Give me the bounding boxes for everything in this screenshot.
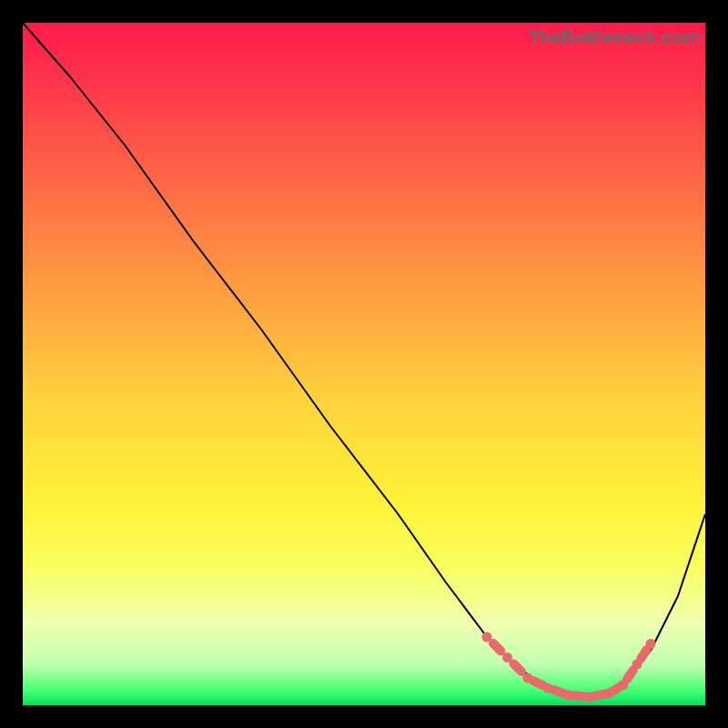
plot-area: TheBottleneck.com [23,23,705,705]
marker-dash [514,664,522,672]
bottleneck-curve [23,23,705,699]
marker-dot [646,639,656,649]
chart-frame: TheBottleneck.com [0,0,728,728]
marker-dash [573,695,584,696]
curve-svg [23,23,705,705]
marker-dash [641,650,647,659]
marker-dash [533,681,543,685]
marker-dash [493,643,501,652]
marker-dash [627,670,633,679]
marker-dash [553,690,563,693]
marker-cluster [482,632,656,703]
marker-dash [594,694,605,696]
